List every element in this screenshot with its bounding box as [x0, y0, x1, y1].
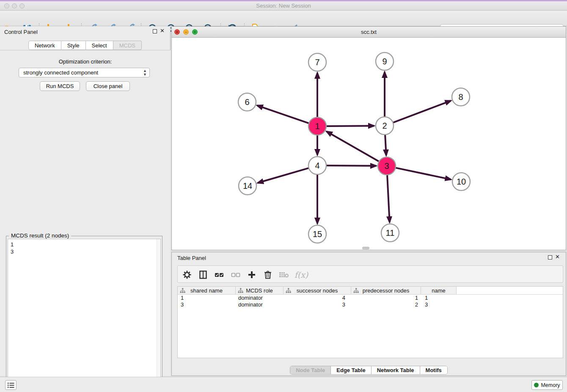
control-panel-header: Control Panel ✕ [0, 26, 170, 37]
column-label: successor nodes [297, 287, 338, 294]
gear-icon [183, 271, 191, 279]
column-header-name[interactable]: name [421, 287, 457, 294]
column-header-predecessor-nodes[interactable]: predecessor nodes [351, 287, 421, 294]
control-panel-title: Control Panel [4, 29, 38, 35]
mcds-result-group: MCDS result (2 nodes) 1 3 [6, 236, 162, 392]
network-canvas[interactable]: 7968124314101511 [172, 38, 566, 250]
table-panel-title: Table Panel [177, 255, 206, 261]
table-tabs: Node Table Edge Table Network Table Moti… [172, 366, 566, 375]
close-panel-icon[interactable]: ✕ [160, 28, 165, 34]
memory-button[interactable]: Memory [531, 380, 563, 390]
cell-mcds-role[interactable]: dominator [236, 301, 284, 308]
table-options-button[interactable] [181, 269, 193, 281]
cell-predecessor-nodes[interactable]: 1 [351, 295, 421, 301]
column-header-mcds-role[interactable]: MCDS role [236, 287, 284, 294]
cell-mcds-role[interactable]: dominator [236, 295, 284, 301]
fx-icon: f(x) [295, 270, 308, 279]
close-panel-button[interactable]: Close panel [86, 81, 130, 91]
graph-edge-3-11[interactable] [387, 174, 390, 222]
tab-motifs[interactable]: Motifs [420, 366, 447, 374]
mcds-panel: Optimization criterion: strongly connect… [0, 50, 171, 376]
graph-edge-3-1[interactable] [327, 131, 380, 162]
column-label: shared name [190, 287, 223, 294]
graph-edge-3-10[interactable] [395, 168, 451, 179]
network-window-title: scc.txt [172, 29, 566, 35]
task-history-button[interactable] [5, 380, 17, 390]
column-label: name [432, 287, 446, 294]
delete-table-button [278, 269, 290, 281]
show-column-button[interactable] [197, 269, 209, 281]
column-header-successor-nodes[interactable]: successor nodes [284, 287, 351, 294]
tab-node-table[interactable]: Node Table [290, 366, 330, 374]
tab-edge-table[interactable]: Edge Table [330, 366, 371, 374]
criterion-dropdown[interactable]: strongly connected component ▲▼ [19, 68, 150, 77]
column-header-shared-name[interactable]: shared name [178, 287, 236, 294]
table-row[interactable]: 1 dominator 4 1 1 [178, 295, 563, 301]
close-table-panel-icon[interactable]: ✕ [555, 254, 560, 260]
columns-icon [199, 271, 207, 279]
network-view-window: ✕ − + scc.txt 7968124314101511 [171, 26, 566, 250]
list-icon [8, 382, 14, 388]
control-panel-tabs: Network Style Select MCDS [0, 41, 170, 50]
cell-successor-nodes[interactable]: 3 [284, 301, 351, 308]
graph-edge-1-6[interactable] [257, 105, 310, 124]
node-table: shared name MCDS role successor nodes pr… [177, 286, 563, 358]
cell-name[interactable]: 1 [421, 295, 457, 301]
function-builder-button: f(x) [293, 269, 310, 281]
checked-boxes-icon [215, 272, 224, 278]
unchecked-boxes-icon [231, 272, 240, 278]
add-column-button[interactable] [246, 269, 258, 281]
dropdown-stepper-icon: ▲▼ [143, 69, 147, 77]
cell-successor-nodes[interactable]: 4 [284, 295, 351, 301]
mcds-result-textarea[interactable]: 1 3 [8, 239, 161, 392]
cell-predecessor-nodes[interactable]: 2 [351, 301, 421, 308]
tab-mcds[interactable]: MCDS [113, 41, 142, 50]
canvas-hscrollbar-thumb[interactable] [362, 247, 369, 249]
graph-node-label: 6 [245, 97, 249, 107]
graph-node-label: 8 [458, 92, 463, 102]
graph-edge-2-8[interactable] [392, 101, 451, 123]
graph-edge-1-2[interactable] [325, 126, 374, 126]
network-window-titlebar[interactable]: ✕ − + scc.txt [172, 27, 566, 38]
hierarchy-icon [180, 288, 185, 293]
graph-node-label: 11 [386, 228, 395, 237]
run-mcds-button[interactable]: Run MCDS [40, 81, 80, 91]
graph-node-label: 2 [382, 121, 387, 130]
main-toolbar [0, 11, 567, 26]
trash-icon [264, 271, 272, 279]
graph-edge-4-14[interactable] [258, 168, 310, 183]
float-table-panel-icon[interactable] [548, 255, 552, 259]
memory-status-icon [534, 383, 539, 387]
mcds-result-line: 3 [8, 248, 160, 255]
cell-shared-name[interactable]: 3 [178, 301, 236, 308]
table-row[interactable]: 3 dominator 3 2 3 [178, 301, 563, 308]
criterion-value: strongly connected component [23, 69, 98, 76]
cell-shared-name[interactable]: 1 [178, 295, 236, 301]
tab-network[interactable]: Network [28, 41, 61, 50]
graph-node-label: 4 [315, 161, 319, 170]
window-top-accent [0, 0, 567, 1]
table-panel: Table Panel ✕ [171, 252, 566, 376]
tab-network-table[interactable]: Network Table [371, 366, 420, 374]
graph-edge-4-3[interactable] [325, 166, 376, 166]
hierarchy-icon [238, 288, 243, 293]
graph-node-label: 9 [382, 57, 387, 66]
tab-style[interactable]: Style [61, 41, 86, 50]
float-panel-icon[interactable] [153, 29, 157, 33]
table-header-row: shared name MCDS role successor nodes pr… [178, 287, 563, 295]
delete-column-button[interactable] [262, 269, 274, 281]
graph-edge-2-3[interactable] [385, 134, 386, 155]
mcds-result-title: MCDS result (2 nodes) [9, 232, 71, 239]
deselect-all-button[interactable] [230, 269, 242, 281]
table-toolbar: f(x) [177, 265, 563, 283]
optimization-criterion-label: Optimization criterion: [0, 58, 171, 65]
control-panel: Control Panel ✕ Network Style Select MCD… [0, 26, 171, 376]
mcds-result-line: 1 [8, 239, 160, 248]
tab-select[interactable]: Select [86, 41, 113, 50]
hierarchy-icon [353, 288, 359, 293]
cell-name[interactable]: 3 [421, 301, 457, 308]
result-scrollbar[interactable] [157, 239, 160, 391]
graph-node-label: 15 [313, 229, 322, 239]
select-all-button[interactable] [213, 269, 225, 281]
graph-node-label: 10 [457, 177, 466, 186]
